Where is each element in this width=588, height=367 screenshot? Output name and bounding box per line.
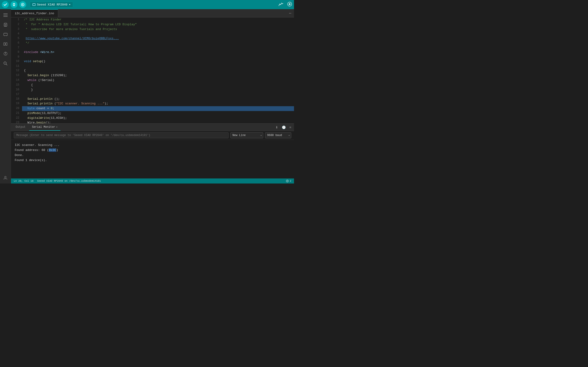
status-bar-right: 2 <box>286 180 291 182</box>
new-line-dropdown[interactable]: No Line Ending New Line Carriage Return … <box>230 132 263 138</box>
upload-button[interactable] <box>10 1 17 8</box>
list-item: Found 1 device(s). <box>15 158 290 163</box>
table-row: 13 Serial.begin (115200); <box>11 73 294 78</box>
new-line-dropdown-wrapper: No Line Ending New Line Carriage Return … <box>230 132 263 138</box>
sidebar-item-search[interactable] <box>1 59 10 67</box>
error-count-label: 2 <box>290 180 291 182</box>
svg-point-30 <box>5 54 6 55</box>
account-button[interactable] <box>1 173 10 182</box>
sidebar-item-boards[interactable] <box>1 30 10 39</box>
sidebar-bottom <box>1 173 10 182</box>
tab-more-button[interactable]: ⋯ <box>286 11 294 16</box>
table-row: 1 /* I2C Address Finder <box>11 17 294 22</box>
table-row: 16 } <box>11 88 294 92</box>
svg-line-32 <box>6 64 7 65</box>
table-row: 17 <box>11 92 294 97</box>
serial-input-bar: No Line Ending New Line Carriage Return … <box>11 131 294 140</box>
serial-monitor-close[interactable]: ✕ <box>56 125 58 128</box>
table-row: 9 <box>11 55 294 59</box>
panel-scroll-down-button[interactable]: ⬇ <box>275 125 279 130</box>
svg-rect-19 <box>4 33 7 35</box>
table-row: 10 void setup() <box>11 59 294 64</box>
list-item: Done. <box>15 153 290 158</box>
table-row: 18 Serial.println (); <box>11 97 294 102</box>
main-layout: i2c_address_finder.ino ⋯ 1 /* I2C Addres… <box>0 9 294 184</box>
table-row: 8 #include <Wire.h> <box>11 50 294 55</box>
serial-message-input[interactable] <box>14 132 229 138</box>
panel-timestamp-button[interactable]: 🕐 <box>281 125 287 130</box>
table-row: 5 https://www.youtube.com/channel/UCM6rb… <box>11 36 294 41</box>
svg-rect-25 <box>4 43 5 45</box>
svg-rect-26 <box>6 43 7 45</box>
sidebar-item-menu[interactable] <box>1 11 10 19</box>
panel-tab-icons: ⬇ 🕐 ≡ <box>275 125 292 130</box>
svg-point-33 <box>5 176 6 178</box>
table-row: 22 digitalWrite(13,HIGH); <box>11 116 294 121</box>
table-row: 12 { <box>11 68 294 73</box>
svg-rect-15 <box>4 23 7 26</box>
board-name: Seeed XIAO RP2040 <box>37 3 68 6</box>
bottom-panel: Output Serial Monitor ✕ ⬇ 🕐 ≡ No Line En… <box>11 123 294 178</box>
table-row: 15 { <box>11 83 294 88</box>
board-dropdown-icon: ▾ <box>69 3 71 6</box>
tab-serial-monitor[interactable]: Serial Monitor ✕ <box>29 124 60 131</box>
file-tab-name: i2c_address_finder.ino <box>15 12 54 15</box>
debug-button[interactable] <box>19 1 26 8</box>
list-item: I2C scanner. Scanning ... <box>15 143 290 148</box>
tab-output[interactable]: Output <box>13 124 28 131</box>
table-row: 2 * for " Arduino LCD I2C Tutorial| How … <box>11 22 294 27</box>
board-port-status: Seeed XIAO RP2040 on /dev/cu.usbmodem141… <box>37 180 101 182</box>
baud-rate-dropdown-wrapper: 300 baud 1200 baud 2400 baud 4800 baud 9… <box>265 132 291 138</box>
code-editor[interactable]: 1 /* I2C Address Finder 2 * for " Arduin… <box>11 17 294 123</box>
panel-tabs: Output Serial Monitor ✕ ⬇ 🕐 ≡ <box>11 124 294 131</box>
error-count: 2 <box>286 180 291 182</box>
table-row: 11 <box>11 64 294 68</box>
list-item: Found address: 60 (0x3C) <box>15 148 290 153</box>
table-row: 20 byte count = 0; <box>11 106 294 111</box>
code-lines: 1 /* I2C Address Finder 2 * for " Arduin… <box>11 17 294 123</box>
verify-button[interactable] <box>2 1 9 8</box>
hex-address: 0x3C <box>49 148 56 152</box>
panel-menu-button[interactable]: ≡ <box>288 125 292 130</box>
svg-rect-2 <box>33 4 35 6</box>
sidebar-item-files[interactable] <box>1 21 10 29</box>
svg-point-36 <box>287 181 288 182</box>
serial-plotter-button[interactable] <box>278 2 284 8</box>
table-row: 23 Wire.begin(); <box>11 120 294 123</box>
table-row: 7 <box>11 46 294 50</box>
table-row: 21 pinMode(13,OUTPUT); <box>11 111 294 116</box>
table-row: 4 <box>11 32 294 36</box>
cursor-position: Ln 20, Col 18 <box>14 180 34 182</box>
status-bar: Ln 20, Col 18 Seeed XIAO RP2040 on /dev/… <box>11 178 294 184</box>
serial-monitor-button[interactable] <box>287 2 292 8</box>
toolbar-right <box>278 2 292 8</box>
table-row: 3 * subscribe for more arduino Tuorials … <box>11 27 294 32</box>
serial-output: I2C scanner. Scanning ... Found address:… <box>11 140 294 178</box>
file-tabs: i2c_address_finder.ino ⋯ <box>11 9 294 17</box>
content-area: i2c_address_finder.ino ⋯ 1 /* I2C Addres… <box>11 9 294 184</box>
table-row: 19 Serial.println ("I2C scanner. Scannin… <box>11 101 294 106</box>
toolbar: Seeed XIAO RP2040 ▾ <box>0 0 294 9</box>
sidebar <box>0 9 11 184</box>
table-row: 6 */ <box>11 41 294 46</box>
board-selector[interactable]: Seeed XIAO RP2040 ▾ <box>30 2 73 8</box>
table-row: 14 while (!Serial) <box>11 78 294 83</box>
baud-rate-dropdown[interactable]: 300 baud 1200 baud 2400 baud 4800 baud 9… <box>265 132 291 138</box>
file-tab-active[interactable]: i2c_address_finder.ino <box>11 9 58 17</box>
sidebar-item-debug[interactable] <box>1 50 10 58</box>
sidebar-item-libraries[interactable] <box>1 40 10 48</box>
